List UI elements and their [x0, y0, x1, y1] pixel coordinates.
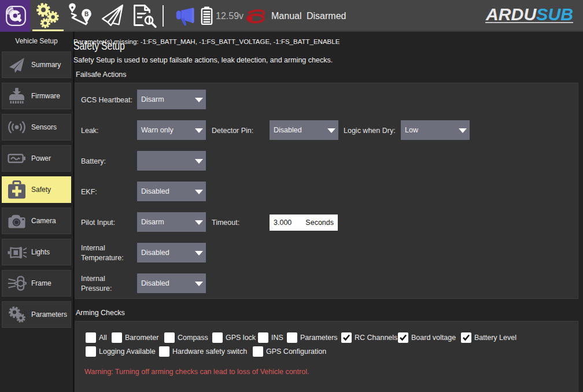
svg-text:ARDUSUB: ARDUSUB — [485, 5, 573, 23]
svg-text:B: B — [84, 11, 88, 17]
